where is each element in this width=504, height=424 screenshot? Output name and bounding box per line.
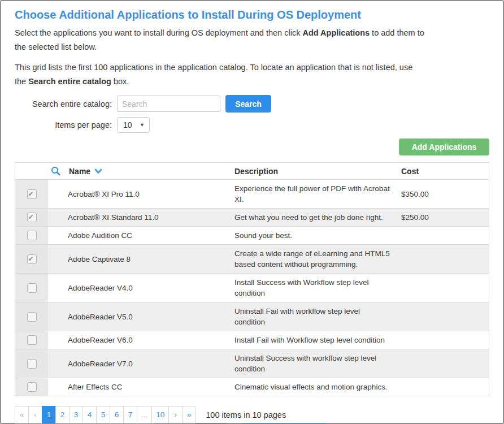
intro-text: the [15,77,28,86]
page-5-button[interactable]: 5 [96,406,110,423]
page-2-button[interactable]: 2 [55,406,69,423]
intro-text: This grid lists the first 100 applicatio… [15,63,412,72]
table-row: AdobeReader V5.0Uninstall Fail with work… [15,302,489,331]
row-checkbox-checked[interactable] [27,213,37,222]
app-description: Uninstall Fail with workflow step level … [234,302,401,331]
sort-desc-icon [94,168,102,174]
table-row: AdobeReader V7.0Uninstall Success with w… [15,349,489,378]
intro-text: box. [111,77,129,86]
table-row: After Effects CCCinematic visual effects… [15,378,489,396]
row-select-cell [15,209,48,226]
app-name: AdobeReader V4.0 [48,279,234,297]
table-row: AdobeReader V6.0Install Fail with Workfl… [15,331,489,349]
intro-text: to add them to [370,28,424,37]
wizard-panel: Choose Additional Applications to Instal… [0,0,504,424]
table-header-row: Name Description Cost [15,163,489,180]
row-select-cell [15,378,48,396]
app-description: Sound your best. [234,227,401,244]
table-row: Acrobat® XI Standard 11.0Get what you ne… [15,209,489,227]
page-6-button[interactable]: 6 [110,406,124,423]
app-table-body: Acrobat® XI Pro 11.0Experience the full … [15,180,489,396]
items-per-page-row: Items per page: 10 ▼ [15,117,489,133]
next-page-button[interactable]: › [168,406,183,423]
page-title: Choose Additional Applications to Instal… [15,8,489,21]
table-row: Acrobat® XI Pro 11.0Experience the full … [15,180,489,209]
app-cost [401,232,489,239]
page-10-button[interactable]: 10 [151,406,169,423]
row-select-cell [15,331,48,349]
app-name: Adobe Captivate 8 [48,250,234,268]
page-1-button[interactable]: 1 [42,406,56,423]
header-select-cell [15,163,48,179]
column-header-description[interactable]: Description [234,163,401,179]
app-name: Adobe Audition CC [48,227,234,244]
app-description: Cinematic visual effects and motion grap… [234,378,401,396]
app-description: Get what you need to get the job done ri… [234,209,401,226]
row-checkbox[interactable] [27,312,37,322]
column-header-name[interactable]: Name [48,163,234,179]
intro-paragraph-2: This grid lists the first 100 applicatio… [15,60,489,89]
row-checkbox[interactable] [27,283,37,293]
app-name: After Effects CC [48,378,234,396]
app-name: AdobeReader V7.0 [48,355,234,373]
row-select-cell [15,180,48,208]
app-cost [401,313,489,320]
app-description: Install Fail with Workflow step level co… [234,331,401,349]
intro-text: Select the applications you want to inst… [15,28,302,37]
app-description: Experience the full power of PDF with Ac… [234,180,401,208]
row-checkbox[interactable] [27,359,37,369]
applications-table: Name Description Cost Acrobat® XI Pro 11… [15,162,489,396]
app-cost [401,384,489,391]
first-page-button: « [15,406,29,423]
app-description: Install Success with Workflow step level… [234,274,401,302]
column-header-cost[interactable]: Cost [401,163,489,179]
row-checkbox-checked[interactable] [27,254,37,264]
row-checkbox-checked[interactable] [27,189,37,199]
page-ellipsis: ... [137,406,152,423]
row-select-cell [15,245,48,273]
add-applications-row: Add Applications [15,139,489,155]
search-button[interactable]: Search [225,95,271,113]
pagination: «‹1234567...10›» [15,406,196,423]
intro-bold-add-applications: Add Applications [302,28,370,37]
search-input[interactable] [117,96,220,112]
items-per-page-value: 10 [123,120,132,129]
add-applications-button[interactable]: Add Applications [399,139,489,155]
app-name: AdobeReader V5.0 [48,308,234,326]
table-row: AdobeReader V4.0Install Success with Wor… [15,274,489,302]
intro-paragraph-1: Select the applications you want to inst… [15,26,489,54]
search-label: Search entire catalog: [15,99,112,109]
chevron-down-icon: ▼ [140,122,145,128]
page-7-button[interactable]: 7 [123,406,137,423]
pagination-summary: 100 items in 10 pages [206,410,286,419]
table-row: Adobe Audition CCSound your best. [15,227,489,245]
row-select-cell [15,274,48,302]
prev-page-button: ‹ [28,406,42,423]
last-page-button[interactable]: » [182,406,196,423]
app-cost [401,360,489,367]
column-header-name-label: Name [69,167,90,176]
row-checkbox[interactable] [27,231,37,240]
row-checkbox[interactable] [27,335,37,345]
app-cost [401,256,489,262]
search-icon[interactable] [51,166,60,176]
row-select-cell [15,302,48,331]
row-select-cell [15,349,48,378]
row-checkbox[interactable] [27,382,37,392]
pagination-row: «‹1234567...10›» 100 items in 10 pages [15,406,489,423]
app-cost: $350.00 [401,185,489,203]
search-row: Search entire catalog: Search [15,95,489,113]
app-cost [401,284,489,291]
app-name: Acrobat® XI Standard 11.0 [48,209,234,226]
intro-text: the selected list below. [15,42,97,51]
intro-bold-search-entire-catalog: Search entire catalog [28,77,111,86]
app-description: Create a wide range of eLearning and HTM… [234,245,401,273]
app-description: Uninstall Success with workflow step lev… [234,349,401,378]
page-3-button[interactable]: 3 [69,406,83,423]
items-per-page-select[interactable]: 10 ▼ [117,117,150,133]
app-cost: $250.00 [401,209,489,226]
row-select-cell [15,227,48,244]
page-4-button[interactable]: 4 [82,406,97,423]
app-name: Acrobat® XI Pro 11.0 [48,185,234,203]
items-per-page-label: Items per page: [15,120,112,129]
